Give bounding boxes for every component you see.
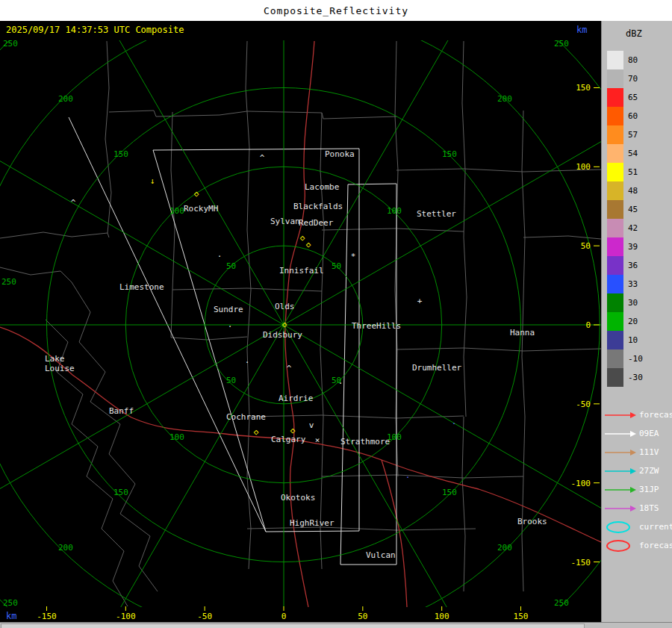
range-ring-label: 200 [497,543,512,553]
city-label: Banff [109,406,134,416]
city-label: Cochrane [226,412,266,422]
city-label: Lacombe [305,182,339,192]
legend-level: 48 [607,181,643,200]
legend-swatch [607,256,623,275]
legend-value: -10 [628,354,643,364]
axis-tick-label: 150 [514,612,529,621]
legend-value: 51 [628,167,638,177]
track-ellipse-icon [603,539,638,553]
city-label: HighRiver [290,518,335,528]
legend-level: 70 [607,69,643,88]
track-arrow-icon [603,483,638,497]
track-label: 31JP [639,485,659,494]
legend-title: dBZ [626,28,642,39]
range-ring-label: 100 [169,432,184,442]
track-label: 111V [639,447,659,457]
city-label: RedDeer [299,218,334,228]
legend-swatch [607,144,623,163]
radar-map-canvas[interactable]: 2502001501005025020015010050501001502002… [0,0,601,622]
axis-tick-label: -150 [571,558,591,568]
legend-level: 60 [607,107,643,125]
legend-swatch [607,88,623,107]
legend-value: 57 [628,130,638,140]
track-label: 27ZW [639,466,659,476]
reflectivity-color-scale: 80706560575451484542393633302010-10-30 [607,51,643,387]
town-marker: ◇ [254,427,259,437]
radar-application-window: 2502001501005025020015010050501001502002… [0,0,672,628]
axis-tick-label: 50 [358,612,367,621]
legend-swatch [607,312,623,331]
legend-level: 33 [607,275,643,293]
city-label: RockyMH [184,204,218,214]
city-label: Didsbury [263,330,302,340]
station-marker: × [315,435,320,445]
axis-tick-label: -100 [116,612,136,621]
legend-swatch [607,275,623,293]
station-marker: · [452,419,457,429]
town-marker: ◇ [194,189,199,199]
city-label: Lake [45,354,65,364]
track-legend-item: 111V [603,443,672,461]
city-label: Brooks [517,517,547,526]
horizontal-scrollbar[interactable] [0,622,672,628]
track-arrow-icon [603,408,638,422]
legend-value: 20 [628,317,638,326]
station-marker: ^ [71,198,76,208]
axis-tick-label: 0 [281,612,287,621]
legend-level: 65 [607,88,643,107]
station-marker: · [338,379,343,388]
scrollbar-thumb[interactable] [1,624,585,628]
legend-swatch [607,219,623,237]
legend-level: 10 [607,331,643,349]
legend-level: 51 [607,163,643,181]
legend-swatch [607,107,623,125]
legend-level: 80 [607,51,643,69]
legend-swatch [607,237,623,256]
station-marker: * [351,252,356,261]
legend-level: -10 [607,349,643,368]
legend-swatch [607,163,623,181]
track-arrow-icon [603,446,638,459]
city-label: Blackfalds [293,202,343,211]
legend-swatch [607,368,623,387]
town-marker: ◇ [306,240,311,249]
station-marker: ^ [287,364,292,373]
legend-value: 45 [628,205,638,214]
city-label: Stettler [417,209,456,219]
legend-value: 70 [628,74,638,84]
range-ring-label: 200 [497,94,512,104]
station-marker: ^ [260,153,265,163]
legend-level: -30 [607,368,643,387]
city-label: Airdrie [279,394,313,403]
city-label: Ponoka [325,149,355,159]
axis-tick-label: 150 [576,83,591,93]
city-label: Vulcan [366,550,396,560]
track-legend: forecast09EA111V27ZW31JP18TScurrentforec… [603,405,672,555]
axis-tick-label: 0 [585,320,591,330]
track-arrow-icon [603,427,638,441]
legend-swatch [607,349,623,368]
track-legend-item: 09EA [603,424,672,443]
legend-value: 48 [628,186,638,196]
range-ring-label: 250 [3,598,18,608]
track-label: forecast [639,410,672,420]
range-ring-label: 200 [58,94,73,104]
range-ring-label: 50 [332,261,341,271]
range-ring-label: 250 [554,598,569,608]
track-legend-item: forecast [603,405,672,424]
legend-panel: dBZ 80706560575451484542393633302010-10-… [601,21,672,622]
track-label: forecast [639,541,672,550]
range-ring-label: 50 [226,261,236,271]
legend-level: 39 [607,237,643,256]
range-ring-label: 250 [3,39,18,49]
legend-value: 54 [628,149,638,158]
city-label: Innisfail [279,266,324,276]
legend-swatch [607,125,623,144]
range-ring-label: 200 [58,543,73,553]
track-label: 09EA [639,429,659,438]
track-legend-item: 27ZW [603,461,672,480]
track-legend-item: 18TS [603,499,672,517]
city-labels: PonokaLacombeBlackfaldsSylvanRedDeerRock… [45,149,547,560]
track-arrow-marker: ↓ [150,176,155,186]
range-ring-label: 250 [554,39,569,49]
